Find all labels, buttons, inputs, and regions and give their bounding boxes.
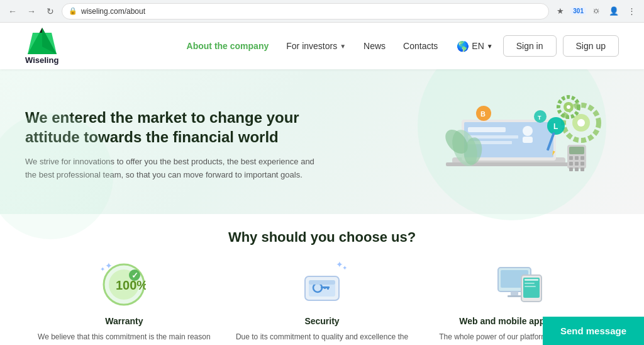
svg-rect-52: [309, 280, 335, 285]
svg-rect-35: [580, 162, 584, 166]
investors-dropdown-arrow: ▼: [340, 43, 346, 50]
svg-point-15: [577, 119, 585, 127]
warranty-icon-area: ✦ ✦ 100% ✓: [99, 259, 149, 310]
security-icon-area: ✦ ✦: [297, 259, 347, 310]
page-content: Wiseling About the company For investors…: [0, 23, 644, 345]
sparkle-icon-2: ✦: [100, 266, 105, 273]
language-label: EN: [472, 41, 484, 51]
sparkle-icon-4: ✦: [342, 264, 347, 271]
menu-button[interactable]: ⋮: [624, 4, 639, 19]
logo-icon: [28, 28, 57, 54]
svg-rect-33: [569, 162, 573, 166]
svg-rect-36: [569, 167, 573, 171]
devices-svg: [495, 263, 545, 307]
svg-rect-61: [525, 286, 536, 287]
nav-investors[interactable]: For investors ▼: [286, 41, 346, 51]
nav-about[interactable]: About the company: [187, 41, 269, 51]
security-title: Security: [304, 316, 339, 326]
hero-svg: L B T: [418, 88, 619, 201]
extensions-button[interactable]: ⛭: [589, 4, 604, 19]
hero-text: We entered the market to change your att…: [25, 108, 340, 182]
svg-point-11: [523, 126, 533, 136]
sparkle-icon: ✦: [105, 261, 113, 271]
svg-rect-56: [508, 295, 521, 297]
address-bar[interactable]: 🔒 wiseling.com/about: [62, 3, 549, 20]
language-button[interactable]: 🌎 EN ▼: [457, 40, 492, 52]
bookmark-button[interactable]: ★: [553, 4, 568, 19]
logo-text: Wiseling: [25, 55, 58, 65]
warranty-title: Warranty: [105, 316, 143, 326]
browser-chrome: ← → ↻ 🔒 wiseling.com/about ★ 301 ⛭ 👤 ⋮: [0, 0, 644, 23]
nav-links: About the company For investors ▼ News C…: [187, 41, 438, 51]
url-text: wiseling.com/about: [81, 7, 145, 16]
svg-text:T: T: [538, 115, 541, 121]
svg-rect-51: [324, 286, 326, 289]
security-card: ✦ ✦ Security Due to its co: [223, 259, 421, 345]
svg-text:L: L: [553, 122, 558, 131]
svg-rect-38: [580, 167, 584, 171]
send-message-button[interactable]: Send message: [543, 317, 644, 345]
svg-rect-50: [327, 286, 329, 290]
web-mobile-icon-area: [495, 259, 545, 310]
svg-rect-31: [575, 156, 579, 160]
reload-button[interactable]: ↻: [43, 4, 58, 19]
hero-subtitle: We strive for innovations to offer you t…: [25, 156, 314, 182]
svg-rect-59: [525, 279, 538, 281]
nav-contacts[interactable]: Contacts: [403, 41, 438, 51]
svg-point-18: [567, 105, 570, 109]
profile-button[interactable]: 👤: [606, 4, 621, 19]
logo[interactable]: Wiseling: [25, 28, 58, 65]
svg-text:✓: ✓: [131, 271, 138, 280]
svg-rect-30: [569, 156, 573, 160]
features-row: ✦ ✦ 100% ✓ Warranty We believe that this…: [25, 259, 619, 345]
security-desc: Due to its commitment to quality and exc…: [233, 331, 411, 345]
back-button[interactable]: ←: [5, 4, 20, 19]
hero-illustration: L B T: [418, 88, 619, 201]
globe-icon: 🌎: [457, 40, 469, 52]
hero-title: We entered the market to change your att…: [25, 108, 340, 147]
svg-rect-12: [523, 137, 533, 143]
svg-rect-34: [575, 162, 579, 166]
nav-news[interactable]: News: [364, 41, 386, 51]
svg-rect-32: [580, 156, 584, 160]
svg-rect-55: [511, 291, 518, 295]
why-title: Why should you choose us?: [25, 229, 619, 246]
hero-section: We entered the market to change your att…: [0, 69, 644, 214]
lang-dropdown-arrow: ▼: [487, 43, 493, 50]
svg-rect-37: [575, 167, 579, 171]
navbar: Wiseling About the company For investors…: [0, 23, 644, 69]
warranty-card: ✦ ✦ 100% ✓ Warranty We believe that this…: [25, 259, 223, 345]
signin-button[interactable]: Sign in: [503, 35, 557, 57]
svg-rect-60: [525, 283, 535, 284]
svg-text:100%: 100%: [116, 278, 146, 292]
svg-rect-29: [569, 147, 584, 154]
extension-badge: 301: [570, 7, 586, 15]
signup-button[interactable]: Sign up: [563, 35, 619, 57]
svg-text:B: B: [480, 110, 486, 118]
browser-tools: ★ 301 ⛭ 👤 ⋮: [553, 4, 639, 19]
lock-icon: 🔒: [69, 7, 77, 15]
forward-button[interactable]: →: [24, 4, 39, 19]
warranty-desc: We believe that this commitment is the m…: [35, 331, 213, 345]
svg-rect-8: [468, 127, 506, 132]
